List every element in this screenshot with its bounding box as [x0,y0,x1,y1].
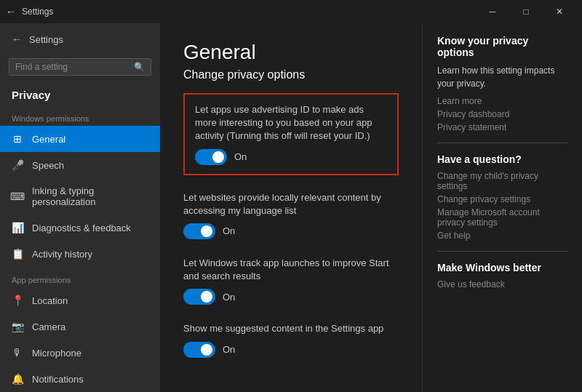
right-panel: Know your privacy options Learn how this… [422,23,582,392]
titlebar-controls: ─ □ ✕ [476,0,576,23]
tracking-option: Let Windows track app launches to improv… [183,249,399,312]
titlebar-left: ← Settings [6,6,53,17]
sidebar-item-speech-label: Speech [32,160,64,171]
privacy-dashboard-link[interactable]: Privacy dashboard [437,109,567,119]
sidebar-back-button[interactable]: ← Settings [0,23,160,55]
sidebar: ← Settings 🔍 Privacy Windows permissions… [0,23,160,392]
advertising-toggle-row: On [195,149,387,165]
know-privacy-text: Learn how this setting impacts your priv… [437,64,567,90]
language-toggle-row: On [183,223,399,239]
learn-more-link[interactable]: Learn more [437,96,567,106]
advertising-option-text: Let apps use advertising ID to make ads … [195,103,387,143]
minimize-button[interactable]: ─ [476,0,509,23]
suggested-toggle-row: On [183,342,399,358]
child-privacy-link[interactable]: Change my child's privacy settings [437,171,567,191]
language-toggle-label: On [223,225,235,236]
maximize-button[interactable]: □ [509,0,543,23]
tracking-toggle-row: On [183,289,399,305]
sidebar-item-activity-label: Activity history [32,249,92,260]
page-title: General [183,41,399,64]
main-content: General Change privacy options Let apps … [160,23,422,392]
notifications-icon: 🔔 [12,373,23,385]
titlebar: ← Settings ─ □ ✕ [0,0,582,23]
suggested-option: Show me suggested content in the Setting… [183,315,399,364]
tracking-toggle-label: On [223,292,235,303]
advertising-toggle-label: On [234,151,247,162]
location-icon: 📍 [12,295,23,306]
tracking-option-text: Let Windows track app launches to improv… [183,257,399,283]
app-permissions-header: App permissions [0,267,160,287]
tracking-toggle[interactable] [183,289,215,305]
language-option: Let websites provide locally relevant co… [183,184,399,247]
know-privacy-title: Know your privacy options [437,35,567,58]
advertising-option: Let apps use advertising ID to make ads … [183,93,399,175]
sidebar-item-general-label: General [32,134,65,145]
titlebar-title: Settings [22,7,53,17]
privacy-label: Privacy [0,81,160,105]
section-title: Change privacy options [183,68,399,81]
sidebar-item-camera[interactable]: 📷 Camera [0,313,160,340]
sidebar-item-microphone-label: Microphone [32,348,81,359]
change-privacy-link[interactable]: Change privacy settings [437,194,567,204]
feedback-link[interactable]: Give us feedback [437,279,567,289]
sidebar-item-location[interactable]: 📍 Location [0,287,160,313]
question-title: Have a question? [437,153,567,165]
sidebar-item-microphone[interactable]: 🎙 Microphone [0,340,160,366]
sidebar-item-general[interactable]: ⊞ General [0,126,160,152]
privacy-statement-link[interactable]: Privacy statement [437,122,567,132]
divider-1 [437,143,567,143]
app-container: ← Settings 🔍 Privacy Windows permissions… [0,23,582,392]
manage-account-link[interactable]: Manage Microsoft account privacy setting… [437,207,567,228]
divider-2 [437,251,567,252]
diagnostics-icon: 📊 [12,222,23,233]
camera-icon: 📷 [12,321,23,332]
speech-icon: 🎤 [12,159,23,171]
sidebar-item-inking[interactable]: ⌨ Inking & typing personalization [0,178,160,215]
sidebar-item-speech[interactable]: 🎤 Speech [0,152,160,178]
windows-better-title: Make Windows better [437,262,567,273]
search-icon: 🔍 [134,62,145,72]
sidebar-back-label: Settings [29,34,63,45]
sidebar-item-camera-label: Camera [32,321,65,332]
back-arrow-icon: ← [12,33,22,45]
get-help-link[interactable]: Get help [437,231,567,241]
suggested-toggle[interactable] [183,342,215,358]
language-toggle[interactable] [183,223,215,239]
windows-permissions-header: Windows permissions [0,105,160,126]
general-icon: ⊞ [12,133,23,145]
advertising-toggle[interactable] [195,149,227,165]
sidebar-item-location-label: Location [32,295,68,306]
sidebar-item-activity[interactable]: 📋 Activity history [0,241,160,267]
sidebar-item-notifications[interactable]: 🔔 Notifications [0,366,160,392]
language-option-text: Let websites provide locally relevant co… [183,191,399,217]
search-box[interactable]: 🔍 [9,58,151,76]
sidebar-item-inking-label: Inking & typing personalization [32,185,148,207]
suggested-toggle-label: On [223,344,235,355]
microphone-icon: 🎙 [12,347,23,359]
sidebar-item-diagnostics[interactable]: 📊 Diagnostics & feedback [0,215,160,241]
back-icon[interactable]: ← [6,6,16,17]
sidebar-item-diagnostics-label: Diagnostics & feedback [32,223,131,233]
sidebar-item-notifications-label: Notifications [32,374,84,385]
activity-icon: 📋 [12,248,23,260]
close-button[interactable]: ✕ [543,0,576,23]
inking-icon: ⌨ [12,191,23,202]
suggested-option-text: Show me suggested content in the Setting… [183,322,399,335]
search-input[interactable] [15,62,134,72]
